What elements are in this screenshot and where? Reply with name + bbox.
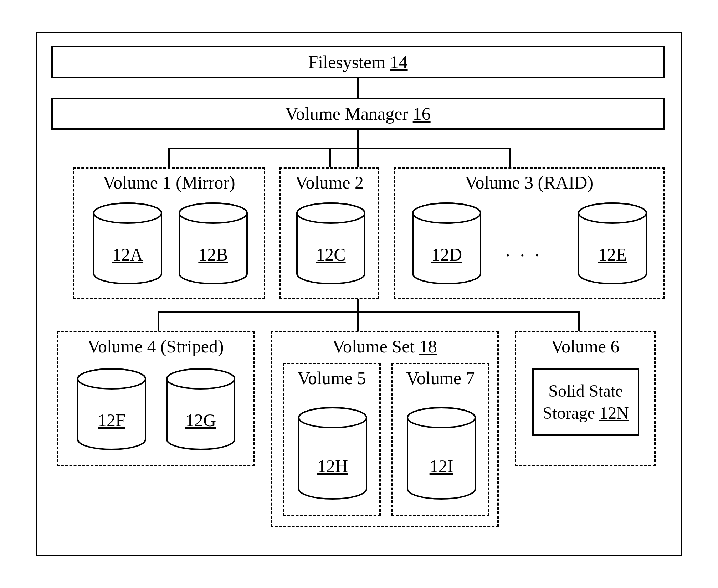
disk-12c: 12C [295,202,366,284]
volume-5-box: Volume 5 12H [283,363,381,516]
filesystem-label: Filesystem [308,52,385,72]
volume-4-title: Volume 4 (Striped) [58,336,253,357]
svg-point-11 [78,369,145,389]
disk-12f: 12F [76,368,147,450]
connector-to-v3 [509,148,511,167]
disk-12g-label: 12G [165,410,236,430]
volume-6-title: Volume 6 [516,336,654,357]
volume-1-title: Volume 1 (Mirror) [74,172,264,193]
connector-upper-bus [168,148,511,149]
volume-3-box: Volume 3 (RAID) 12D . . . 12E [394,167,665,299]
disk-12g: 12G [165,368,236,450]
volume-3-title: Volume 3 (RAID) [395,172,663,193]
svg-point-7 [413,203,481,223]
volume-2-title: Volume 2 [281,172,378,193]
disk-12a: 12A [92,202,163,284]
svg-point-3 [179,203,247,223]
disk-12i-label: 12I [406,456,477,476]
svg-point-17 [407,408,475,428]
disk-12h-label: 12H [297,456,368,476]
disk-12a-label: 12A [92,244,163,265]
solid-state-box: Solid State Storage 12N [532,368,639,436]
vm-label: Volume Manager [285,103,408,124]
ss-line1: Solid State [548,380,623,402]
disk-12i: 12I [406,407,477,500]
disk-12f-label: 12F [76,410,147,430]
disk-12e-label: 12E [577,244,648,265]
volume-6-box: Volume 6 Solid State Storage 12N [515,331,656,466]
volume-set-box: Volume Set 18 Volume 5 12H Volume 7 12I [271,331,499,527]
disk-12d-label: 12D [411,244,482,265]
connector-to-v6 [578,311,580,331]
ss-line2-label: Storage [543,403,595,422]
volume-4-box: Volume 4 (Striped) 12F 12G [57,331,255,466]
volume-2-box: Volume 2 12C [279,167,379,299]
volume-set-title: Volume Set 18 [272,336,497,357]
svg-point-1 [94,203,161,223]
connector-to-v1 [168,148,170,167]
diagram-frame: Filesystem 14 Volume Manager 16 Volume 1… [36,32,682,556]
disk-12c-label: 12C [295,244,366,265]
volume-manager-box: Volume Manager 16 [51,98,665,130]
disk-12e: 12E [577,202,648,284]
connector-to-vset [357,311,359,331]
filesystem-ref: 14 [390,52,408,72]
disk-12h: 12H [297,407,368,500]
connector-lower-bus [158,311,580,313]
volume-1-box: Volume 1 (Mirror) 12A 12B [73,167,265,299]
svg-point-15 [299,408,366,428]
svg-point-13 [167,369,235,389]
ss-line2-ref: 12N [599,403,629,422]
disk-12b: 12B [178,202,249,284]
volume-5-title: Volume 5 [284,368,379,388]
connector-fs-vm [357,78,359,98]
connector-to-v4 [158,311,159,331]
filesystem-box: Filesystem 14 [51,46,665,78]
raid-ellipsis: . . . [506,240,542,261]
disk-12d: 12D [411,202,482,284]
vset-ref: 18 [419,336,437,356]
connector-to-v2 [329,148,331,167]
svg-point-5 [297,203,365,223]
volume-7-box: Volume 7 12I [391,363,489,516]
vm-ref: 16 [413,103,431,124]
svg-point-9 [579,203,646,223]
vset-label: Volume Set [332,336,415,356]
ss-line2: Storage 12N [543,402,629,424]
volume-7-title: Volume 7 [393,368,488,388]
disk-12b-label: 12B [178,244,249,265]
